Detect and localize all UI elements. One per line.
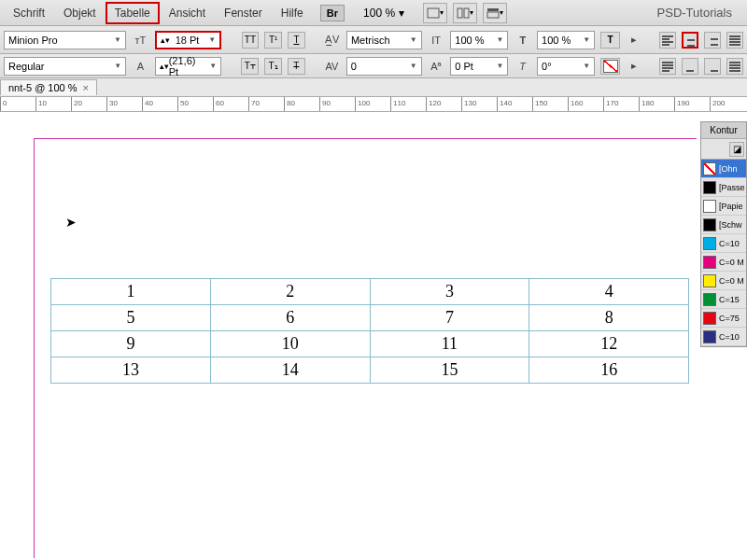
font-size-icon: тT [132,32,149,49]
dropdown-arrow-icon: ▼ [208,35,216,44]
strikethrough-button[interactable]: T [288,58,305,75]
menu-objekt[interactable]: Objekt [54,2,106,24]
justify-all-button[interactable] [726,58,743,75]
table-cell[interactable]: 6 [210,305,370,331]
table-row[interactable]: 13141516 [51,357,689,384]
menu-ansicht[interactable]: Ansicht [160,2,215,24]
dropdown-arrow-icon: ▾ [399,7,404,20]
table-frame[interactable]: 12345678910111213141516 [50,278,689,384]
small-caps-button[interactable]: Tᴛ [241,58,259,75]
workspace-button[interactable]: ▾ [483,3,507,23]
table-cell[interactable]: 5 [51,305,211,331]
swatch-item[interactable]: C=15 [701,290,746,309]
swatch-item[interactable]: C=10 [701,234,746,253]
table-cell[interactable]: 2 [210,279,370,305]
justify-right-button[interactable] [704,58,721,75]
table-row[interactable]: 9101112 [51,331,689,357]
menu-schrift[interactable]: Schrift [4,2,54,24]
cursor-icon: ➤ [65,215,77,230]
subscript-button[interactable]: T₁ [264,58,282,75]
baseline-dropdown[interactable]: 0 Pt ▼ [450,57,508,76]
swatch-label: C=0 M [719,276,744,286]
menu-hilfe[interactable]: Hilfe [272,2,313,24]
table-cell[interactable]: 11 [370,331,529,357]
align-center-button[interactable] [682,32,698,49]
arrow-right-icon: ▸ [626,32,643,49]
stepper-icon: ▴▾ [161,35,170,45]
tracking-value: 0 [351,61,357,72]
menu-fenster[interactable]: Fenster [215,2,272,24]
dropdown-arrow-icon: ▼ [496,62,503,70]
swatch-item[interactable]: [Papie [701,197,746,216]
swatch-item[interactable]: C=75 [701,309,746,328]
table-cell[interactable]: 10 [210,331,370,357]
table-cell[interactable]: 13 [51,357,211,384]
swatch-item[interactable]: C=0 M [701,272,746,290]
underline-button[interactable]: T [288,32,305,49]
arrange-button[interactable]: ▾ [453,3,477,23]
dropdown-arrow-icon: ▼ [497,35,504,44]
table-cell[interactable]: 4 [529,279,689,305]
vert-scale-dropdown[interactable]: 100 % ▼ [450,31,508,49]
document-tab[interactable]: nnt-5 @ 100 % × [0,79,97,95]
swatch-label: C=10 [719,332,740,342]
swatch-item[interactable]: [Passe [701,178,746,197]
panel-tab-kontur[interactable]: Kontur [701,122,746,139]
swatch-item[interactable]: [Ohn [701,160,746,178]
document-workspace[interactable]: ➤ 12345678910111213141516 [0,112,747,560]
skew-icon: T [514,58,531,75]
bridge-button[interactable]: Br [320,5,345,21]
zoom-level-dropdown[interactable]: 100 % ▾ [363,7,404,20]
svg-rect-3 [487,8,499,11]
table-cell[interactable]: 9 [51,331,211,357]
tracking-dropdown[interactable]: 0 ▼ [346,57,422,76]
table-cell[interactable]: 12 [529,331,689,357]
skew-dropdown[interactable]: 0° ▼ [537,57,595,76]
menu-tabelle[interactable]: Tabelle [106,2,160,24]
table-row[interactable]: 5678 [51,305,689,331]
swatch-label: C=0 M [719,258,744,267]
brand-label: PSD-Tutorials [657,6,732,20]
align-justify-button[interactable] [726,32,743,49]
table-cell[interactable]: 3 [370,279,529,305]
font-family-dropdown[interactable]: Minion Pro ▼ [4,31,126,49]
swatch-color [703,256,716,269]
char-style-button[interactable]: T [600,32,620,49]
no-fill-button[interactable] [600,58,620,75]
justify-center-button[interactable] [682,58,698,75]
align-right-button[interactable] [704,32,721,49]
swatch-list: [Ohn[Passe[Papie[SchwC=10C=0 MC=0 MC=15C… [701,160,746,346]
fill-stroke-toggle[interactable]: ◪ [729,142,744,157]
close-icon[interactable]: × [83,82,89,93]
table-cell[interactable]: 7 [370,305,529,331]
zoom-value: 100 % [363,7,395,20]
control-bar-2: Regular ▼ A ▴▾ (21,6) Pt ▼ Tᴛ T₁ T AV 0 … [0,54,747,78]
superscript-button[interactable]: T¹ [264,32,282,49]
swatch-item[interactable]: C=0 M [701,253,746,272]
horizontal-ruler[interactable]: 0102030405060708090100110120130140150160… [0,97,747,112]
swatch-color [703,181,716,194]
screen-mode-button[interactable]: ▾ [423,3,447,23]
table-cell[interactable]: 14 [210,357,370,384]
swatch-item[interactable]: C=10 [701,328,746,346]
leading-dropdown[interactable]: ▴▾ (21,6) Pt ▼ [155,57,221,76]
table-cell[interactable]: 8 [529,305,689,331]
table-cell[interactable]: 1 [51,279,211,305]
table-row[interactable]: 1234 [51,279,689,305]
justify-left-button[interactable] [659,58,676,75]
horiz-scale-dropdown[interactable]: 100 % ▼ [537,31,595,49]
font-size-dropdown[interactable]: ▴▾ 18 Pt ▼ [155,31,222,49]
baseline-icon: Aª [428,58,445,75]
dropdown-arrow-icon: ▼ [410,62,417,70]
table-cell[interactable]: 15 [370,357,529,384]
swatch-label: [Passe [719,183,745,192]
dropdown-arrow-icon: ▼ [114,35,121,44]
all-caps-button[interactable]: TT [242,32,260,49]
arrow-right-icon: ▸ [626,58,643,75]
view-tools: ▾ ▾ ▾ [423,3,507,23]
table-cell[interactable]: 16 [529,357,689,384]
kerning-dropdown[interactable]: Metrisch ▼ [346,31,422,49]
swatch-item[interactable]: [Schw [701,216,746,234]
font-style-dropdown[interactable]: Regular ▼ [4,57,126,76]
align-left-button[interactable] [659,32,676,49]
